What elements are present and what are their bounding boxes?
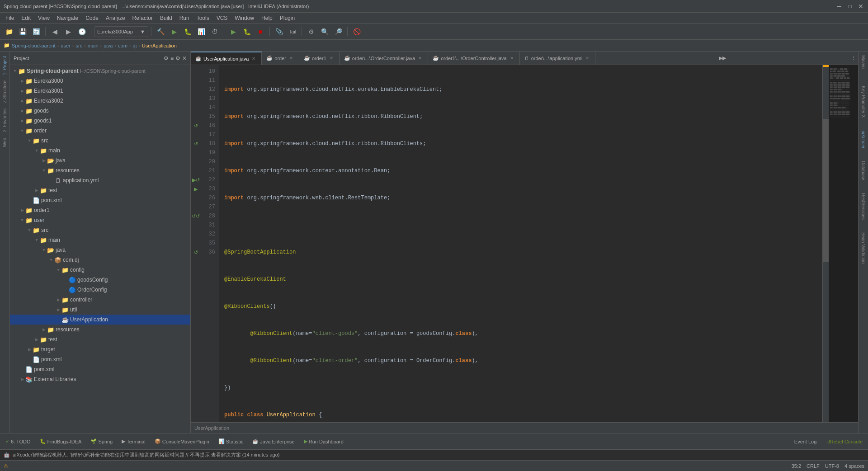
scroll-thumb[interactable]: [823, 119, 829, 262]
tree-item-order-resources[interactable]: ▼ 📁 resources: [10, 165, 190, 175]
bc-src[interactable]: src: [75, 43, 82, 48]
right-panel-key-promoter[interactable]: Key Promoter X: [860, 84, 867, 120]
menu-view[interactable]: View: [34, 13, 53, 24]
tab-overflow-btn[interactable]: ⋮: [849, 55, 858, 61]
tab-userapplication[interactable]: ☕ UserApplication.java ✕: [191, 52, 262, 65]
bc-com[interactable]: com: [118, 43, 127, 48]
tree-item-order-test[interactable]: ▶ 📁 test: [10, 185, 190, 195]
menu-window[interactable]: Window: [231, 13, 258, 24]
tree-item-userapplication[interactable]: ▶ ☕ UserApplication: [10, 315, 190, 325]
open-button[interactable]: 📁: [3, 25, 15, 38]
sync-button[interactable]: 🔄: [30, 25, 42, 38]
tree-item-eureka3001[interactable]: ▶ 📁 Eureka3001: [10, 86, 190, 96]
left-vtab-structure[interactable]: Z-Structure: [1, 78, 9, 106]
tree-item-orderconfig[interactable]: ▶ 🔵 OrderConfig: [10, 285, 190, 295]
tab-close-userapplication[interactable]: ✕: [250, 56, 257, 62]
tree-item-order[interactable]: ▼ 📁 order: [10, 126, 190, 136]
bottom-tab-spring[interactable]: 🌱 Spring: [87, 436, 116, 447]
menu-vcs[interactable]: VCS: [213, 13, 231, 24]
tab-order1-controller[interactable]: ☕ order1\...\OrderController.java ✕: [428, 52, 520, 65]
debug2-button[interactable]: 🐛: [241, 25, 253, 38]
left-vtab-web[interactable]: Web: [1, 135, 9, 150]
menu-plugin[interactable]: Plugin: [276, 13, 298, 24]
tree-item-root-pom[interactable]: ▶ 📄 pom.xml: [10, 364, 190, 374]
stop2-button[interactable]: 🚫: [350, 25, 363, 38]
menu-edit[interactable]: Edit: [18, 13, 34, 24]
gutter-line-22[interactable]: ▶ ↺: [191, 175, 201, 184]
tabs-more-button[interactable]: ▶▶: [715, 55, 730, 61]
menu-refactor[interactable]: Refactor: [129, 13, 156, 24]
bottom-tab-run-dashboard[interactable]: ▶ Run Dashboard: [300, 436, 347, 447]
close-btn[interactable]: ✕: [857, 3, 864, 10]
menu-build[interactable]: Build: [156, 13, 176, 24]
attach-debugger-button[interactable]: 📎: [273, 25, 285, 38]
bc-java[interactable]: java: [104, 43, 113, 48]
recent-button[interactable]: 🕐: [75, 25, 88, 38]
bottom-tab-findbugs[interactable]: 🐛 FindBugs-IDEA: [36, 436, 85, 447]
tree-item-goods[interactable]: ▶ 📁 goods: [10, 106, 190, 116]
bc-user[interactable]: user: [61, 43, 70, 48]
tab-close-order[interactable]: ✕: [288, 55, 294, 61]
find-button[interactable]: 🔎: [332, 25, 344, 38]
tree-item-spring-cloud-parent[interactable]: ▼ 📁 Spring-cloud-parent H:\CSDN\Spring-c…: [10, 66, 190, 76]
tree-item-order-java[interactable]: ▶ 📂 java: [10, 155, 190, 165]
menu-file[interactable]: File: [2, 13, 18, 24]
tab-order[interactable]: ☕ order ✕: [262, 52, 299, 65]
menu-tools[interactable]: Tools: [193, 13, 213, 24]
tree-item-user[interactable]: ▼ 📁 user: [10, 215, 190, 225]
window-controls[interactable]: ─ □ ✕: [835, 3, 864, 10]
right-panel-restservices[interactable]: RestServices: [860, 191, 867, 221]
tree-item-user-src[interactable]: ▼ 📁 src: [10, 225, 190, 235]
tree-item-eureka3000[interactable]: ▶ 📁 Eureka3000: [10, 76, 190, 86]
scroll-bar[interactable]: [822, 65, 829, 422]
right-panel-aixcoder[interactable]: aiXcoder: [860, 129, 867, 150]
tab-close-order-ctrl[interactable]: ✕: [417, 55, 423, 61]
run-button[interactable]: ▶: [168, 25, 180, 38]
bottom-tab-java-enterprise[interactable]: ☕ Java Enterprise: [249, 436, 298, 447]
sync-icon[interactable]: ⚙: [164, 55, 169, 61]
left-vtab-favorites[interactable]: 2: Favorites: [1, 106, 9, 135]
back-button[interactable]: ◀: [48, 25, 61, 38]
save-button[interactable]: 💾: [16, 25, 29, 38]
bc-main[interactable]: main: [88, 43, 99, 48]
menu-help[interactable]: Help: [258, 13, 276, 24]
tab-order1[interactable]: ☕ order1 ✕: [299, 52, 340, 65]
forward-button[interactable]: ▶: [62, 25, 75, 38]
tab-close-yml[interactable]: ✕: [584, 55, 590, 61]
gutter-line-23[interactable]: ▶: [191, 184, 201, 193]
tail-button[interactable]: Tail: [286, 25, 299, 38]
search-button[interactable]: 🔍: [318, 25, 331, 38]
tab-close-order1-ctrl[interactable]: ✕: [509, 55, 515, 61]
bottom-tab-terminal[interactable]: ▶ Terminal: [118, 436, 149, 447]
tab-application-yml[interactable]: 🗒 order\...\application.yml ✕: [520, 52, 596, 65]
bottom-tab-console-maven[interactable]: 📦 ConsoleMavenPlugin: [151, 436, 213, 447]
expand-icon[interactable]: ≡: [170, 55, 174, 61]
maximize-btn[interactable]: □: [846, 3, 854, 10]
tree-item-target[interactable]: ▶ 📁 target: [10, 344, 190, 354]
tree-item-user-main[interactable]: ▼ 📁 main: [10, 235, 190, 245]
debug-button[interactable]: 🐛: [181, 25, 194, 38]
right-panel-maven[interactable]: Maven: [860, 53, 867, 71]
gutter-line-26[interactable]: ↺ ↺: [191, 212, 201, 221]
tree-item-order-yaml[interactable]: ▶ 🗒 application.yml: [10, 175, 190, 185]
menu-analyze[interactable]: Analyze: [102, 13, 129, 24]
menu-navigate[interactable]: Navigate: [53, 13, 82, 24]
jrebel-console-btn[interactable]: JRebel Console: [824, 436, 866, 447]
bottom-tab-todo[interactable]: ✓ 6: TODO: [2, 436, 34, 447]
settings-icon[interactable]: ⚙: [175, 55, 180, 61]
right-panel-bean-validation[interactable]: Bean Validation: [860, 231, 867, 265]
left-vtab-project[interactable]: 1: Project: [1, 53, 9, 78]
gutter-line-16[interactable]: ↺: [191, 121, 201, 130]
tree-item-order-src[interactable]: ▼ 📁 src: [10, 136, 190, 146]
right-panel-database[interactable]: Database: [860, 159, 867, 182]
minimize-btn[interactable]: ─: [835, 3, 843, 10]
tree-item-user-java[interactable]: ▼ 📂 java: [10, 245, 190, 255]
build-button[interactable]: 🔨: [154, 25, 167, 38]
run-config-dropdown[interactable]: Eureka3000App ▼: [94, 26, 148, 37]
tree-item-user-comdj[interactable]: ▼ 📦 com.dj: [10, 255, 190, 265]
tree-item-order-pom[interactable]: ▶ 📄 pom.xml: [10, 195, 190, 205]
tree-item-goodsconfig[interactable]: ▶ 🔵 goodsConfig: [10, 275, 190, 285]
menu-run[interactable]: Run: [176, 13, 193, 24]
tree-item-external-libs[interactable]: ▶ 📚 External Libraries: [10, 374, 190, 384]
bottom-tab-statistic[interactable]: 📊 Statistic: [215, 436, 247, 447]
